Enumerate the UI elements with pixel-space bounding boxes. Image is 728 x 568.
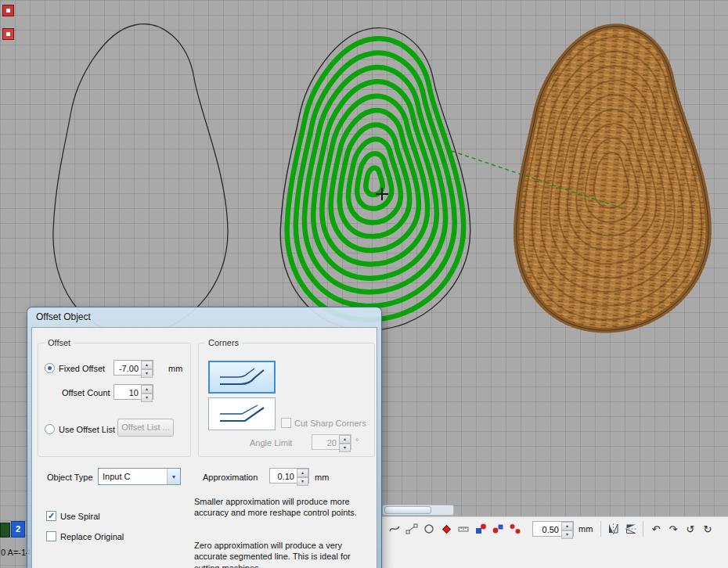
toolbox-icon-2[interactable] (2, 28, 14, 40)
object-type-dropdown[interactable]: Input C ▼ (98, 468, 181, 485)
angle-limit-value[interactable]: 20 (312, 435, 339, 449)
snap-to-grid-icon[interactable] (473, 522, 488, 537)
approximation-spin-buttons: ▴ ▾ (297, 469, 308, 483)
palette-color-chip-selected[interactable]: 2 (11, 521, 25, 537)
offset-group-label: Offset (45, 338, 74, 347)
replace-original-label: Replace Original (60, 532, 124, 541)
rotate-cw-icon[interactable]: ↻ (700, 522, 715, 537)
node-tool-icon[interactable] (404, 522, 419, 537)
mirror-vertical-icon[interactable] (606, 522, 621, 537)
angle-limit-spin-buttons: ▴ ▾ (339, 435, 351, 449)
fixed-offset-radio[interactable] (45, 363, 55, 373)
shape-tool-icon[interactable] (421, 522, 436, 537)
offset-count-spin-buttons: ▴ ▾ (141, 385, 153, 399)
spin-down-icon[interactable]: ▾ (339, 444, 351, 452)
rotate-ccw-icon[interactable]: ↺ (683, 522, 697, 537)
stitch-width-spin-buttons: ▴ ▾ (561, 522, 573, 536)
approximation-value[interactable]: 0.10 (270, 469, 297, 483)
approximation-label: Approximation (203, 473, 258, 482)
angle-limit-label: Angle Limit (250, 438, 292, 448)
spin-up-icon[interactable]: ▴ (561, 522, 573, 530)
reshape-tool-icon[interactable] (387, 522, 402, 537)
snap-to-point-icon[interactable] (490, 522, 505, 537)
sharp-corners-button[interactable] (208, 397, 276, 430)
round-corners-button[interactable] (208, 361, 276, 394)
approximation-note-1: Smaller approximation will produce more … (194, 496, 366, 519)
dialog-title-bar[interactable]: Offset Object (31, 307, 377, 327)
use-spiral-label: Use Spiral (60, 512, 100, 521)
rotate-right-icon[interactable]: ↷ (665, 522, 680, 537)
offset-count-value[interactable]: 10 (114, 385, 141, 399)
dialog-body: Offset Fixed Offset -7.00 ▴ ▾ mm Offset … (31, 327, 377, 568)
mirror-horizontal-icon[interactable] (623, 522, 638, 537)
toolbox-icon-1-glyph (6, 9, 10, 13)
rotate-left-icon[interactable]: ↶ (648, 522, 663, 537)
approximation-note-2: Zero approximation will produce a very a… (194, 540, 366, 568)
spin-up-icon[interactable]: ▴ (141, 361, 153, 369)
stitch-width-value[interactable]: 0.50 (533, 522, 561, 536)
horizontal-scrollbar[interactable] (382, 505, 454, 516)
fixed-offset-value[interactable]: -7.00 (114, 361, 141, 375)
spin-up-icon[interactable]: ▴ (297, 469, 308, 477)
fixed-offset-unit: mm (168, 364, 182, 373)
use-spiral-checkbox[interactable]: ✓ (46, 511, 56, 521)
crosshair-cursor (376, 188, 388, 200)
source-outline-shape[interactable] (53, 24, 228, 334)
angle-limit-unit: ° (355, 437, 359, 446)
spin-down-icon[interactable]: ▾ (141, 394, 153, 402)
fixed-offset-label: Fixed Offset (59, 364, 105, 373)
cut-sharp-corners-label: Cut Sharp Corners (294, 419, 366, 428)
toolbox-icon-2-glyph (6, 32, 10, 36)
check-icon: ✓ (48, 511, 55, 520)
measure-tool-icon[interactable] (456, 522, 470, 537)
bottom-toolbar: 0.50 ▴ ▾ mm ↶ ↷ ↺ ↻ (382, 516, 728, 568)
approximation-spinner: 0.10 ▴ ▾ (269, 468, 309, 484)
toolbar-separator (600, 521, 601, 537)
fixed-offset-spin-buttons: ▴ ▾ (141, 361, 153, 375)
corners-group: Corners ✓ Cut Sharp Corners (198, 343, 375, 457)
offset-spiral-object[interactable] (280, 28, 470, 330)
toolbar-separator (643, 521, 643, 537)
cut-sharp-corners-checkbox[interactable]: ✓ (281, 418, 291, 428)
diamond-marker-icon[interactable] (438, 522, 453, 537)
approximation-unit: mm (315, 473, 329, 482)
offset-list-button[interactable]: Offset List ... (117, 419, 174, 437)
angle-limit-spinner: 20 ▴ ▾ (312, 434, 351, 450)
design-canvas[interactable]: 0.50 ▴ ▾ mm ↶ ↷ ↺ ↻ 2 0 A=-14 Offset Obj… (0, 0, 728, 568)
use-offset-list-label: Use Offset List (59, 425, 115, 434)
spin-up-icon[interactable]: ▴ (339, 435, 351, 444)
snap-to-angle-icon[interactable] (507, 522, 522, 537)
spin-down-icon[interactable]: ▾ (141, 369, 153, 378)
spin-down-icon[interactable]: ▾ (297, 477, 308, 486)
stitch-width-unit: mm (578, 524, 593, 534)
offset-group: Offset Fixed Offset -7.00 ▴ ▾ mm Offset … (38, 343, 191, 457)
radio-dot-icon (48, 366, 52, 370)
use-offset-list-radio[interactable] (45, 424, 55, 434)
spin-up-icon[interactable]: ▴ (141, 385, 153, 394)
offset-count-spinner: 10 ▴ ▾ (114, 384, 153, 400)
sharp-corners-icon (217, 403, 267, 425)
scrollbar-thumb[interactable] (384, 506, 431, 514)
fixed-offset-spinner: -7.00 ▴ ▾ (114, 360, 153, 376)
stitch-width-spinner: 0.50 ▴ ▾ (532, 521, 574, 537)
offset-count-label: Offset Count (62, 388, 110, 397)
offset-object-dialog: Offset Object Offset Fixed Offset -7.00 … (27, 307, 381, 568)
status-fragment: 0 A=-14 (1, 548, 31, 557)
round-corners-icon (217, 366, 267, 388)
palette-color-chip[interactable] (0, 523, 10, 537)
toolbox-icon-1[interactable] (2, 5, 14, 16)
replace-original-checkbox[interactable]: ✓ (46, 531, 56, 541)
corners-group-label: Corners (205, 338, 242, 347)
dropdown-arrow-icon[interactable]: ▼ (167, 469, 180, 484)
object-type-value: Input C (99, 472, 167, 481)
stitched-object[interactable] (517, 27, 708, 330)
object-type-label: Object Type (47, 473, 93, 482)
spin-down-icon[interactable]: ▾ (561, 530, 573, 539)
